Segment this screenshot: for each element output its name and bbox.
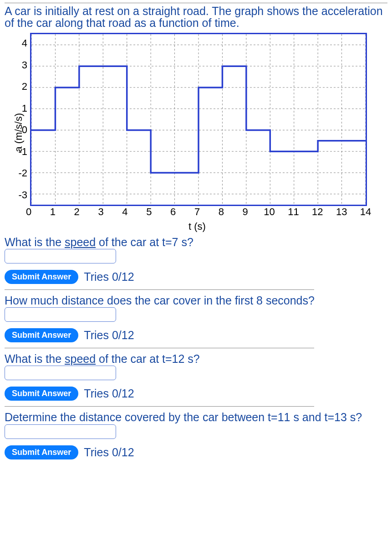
- x-tick: 4: [122, 206, 127, 218]
- problem-intro: A car is initially at rest on a straight…: [5, 3, 387, 29]
- y-tick: 3: [15, 59, 27, 71]
- x-tick: 0: [26, 206, 31, 218]
- question-text: How much distance does the car cover in …: [5, 294, 387, 306]
- y-tick: 2: [15, 81, 27, 93]
- x-tick: 14: [360, 206, 371, 218]
- x-tick: 1: [50, 206, 56, 218]
- tries-counter: Tries 0/12: [84, 270, 134, 284]
- answer-input[interactable]: [5, 424, 116, 439]
- submit-answer-button[interactable]: Submit Answer: [5, 445, 78, 459]
- x-tick: 11: [288, 206, 299, 218]
- chart-plot-area: [30, 33, 367, 206]
- x-tick: 13: [336, 206, 347, 218]
- x-tick: 6: [170, 206, 176, 218]
- tries-counter: Tries 0/12: [84, 446, 134, 459]
- answer-input[interactable]: [5, 307, 116, 322]
- x-axis-label: t (s): [188, 221, 206, 232]
- submit-answer-button[interactable]: Submit Answer: [5, 270, 78, 284]
- x-tick: 12: [312, 206, 323, 218]
- x-tick: 5: [146, 206, 152, 218]
- submit-answer-button[interactable]: Submit Answer: [5, 328, 78, 342]
- x-tick: 2: [74, 206, 80, 218]
- submit-answer-button[interactable]: Submit Answer: [5, 387, 78, 401]
- x-tick: 7: [194, 206, 200, 218]
- question-text: What is the speed of the car at t=12 s?: [5, 353, 387, 365]
- answer-input[interactable]: [5, 366, 116, 380]
- x-tick: 10: [264, 206, 275, 218]
- answer-input[interactable]: [5, 249, 116, 263]
- y-tick: 4: [15, 37, 27, 49]
- separator: [5, 406, 314, 407]
- y-tick: -3: [15, 189, 27, 201]
- y-tick: 1: [15, 103, 27, 114]
- y-tick: 0: [15, 124, 27, 136]
- separator: [5, 348, 314, 348]
- tries-counter: Tries 0/12: [84, 329, 134, 342]
- x-tick-labels: 01234567891011121314: [29, 206, 366, 220]
- tries-counter: Tries 0/12: [84, 387, 134, 400]
- y-tick: -2: [15, 167, 27, 179]
- chart-container: a (m/s/s) -3-2-101234 012345678910111213…: [13, 33, 387, 232]
- y-tick: -1: [15, 146, 27, 158]
- question-text: Determine the distance covered by the ca…: [5, 411, 387, 423]
- separator: [5, 289, 314, 290]
- x-tick: 8: [219, 206, 224, 218]
- x-tick: 9: [243, 206, 248, 218]
- x-tick: 3: [98, 206, 103, 218]
- question-text: What is the speed of the car at t=7 s?: [5, 236, 387, 248]
